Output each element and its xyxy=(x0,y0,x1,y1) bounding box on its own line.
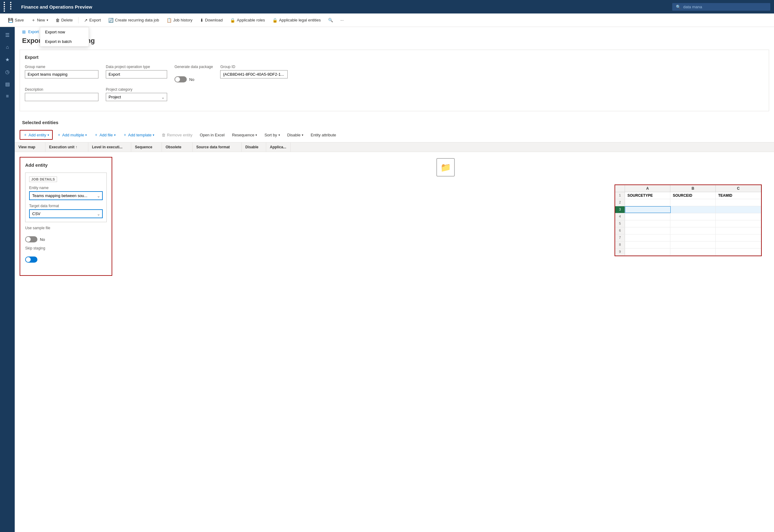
col-execution-unit: Execution unit ↑ xyxy=(45,143,88,152)
add-multiple-button[interactable]: ＋ Add multiple ▾ xyxy=(54,131,90,139)
ss-cell-5b[interactable] xyxy=(670,220,716,227)
ss-cell-7c[interactable] xyxy=(716,234,761,241)
ss-cell-4b[interactable] xyxy=(670,213,716,220)
sidebar-menu-icon[interactable]: ☰ xyxy=(2,29,13,40)
ss-rownum-1: 1 xyxy=(615,192,625,199)
sidebar-recent-icon[interactable]: ◷ xyxy=(2,66,13,77)
sort-by-chevron: ▾ xyxy=(278,133,280,137)
use-sample-toggle[interactable] xyxy=(25,236,37,242)
ss-cell-8b[interactable] xyxy=(670,241,716,248)
spreadsheet-area: 📁 A B C xyxy=(117,152,774,281)
entity-table-header: View map Execution unit ↑ Level in execu… xyxy=(15,143,774,152)
ss-rownum-2: 2 xyxy=(615,199,625,206)
description-input[interactable] xyxy=(25,93,98,101)
breadcrumb-export-link[interactable]: Export xyxy=(28,30,39,34)
applicable-legal-button[interactable]: 🔒 Applicable legal entities xyxy=(269,16,324,25)
app-grid-icon[interactable] xyxy=(4,2,16,12)
generate-package-group: Generate data package No xyxy=(174,65,213,82)
ss-cell-4a[interactable] xyxy=(625,213,670,220)
entity-attribute-button[interactable]: Entity attribute xyxy=(307,131,339,139)
export-batch-item[interactable]: Export in batch xyxy=(40,37,89,46)
search-button[interactable]: 🔍 xyxy=(325,16,336,24)
ss-rownum-6: 6 xyxy=(615,227,625,234)
delete-button[interactable]: 🗑 Delete xyxy=(52,16,76,25)
ss-cell-1c[interactable]: TEAMID xyxy=(716,192,761,199)
ss-cell-1a[interactable]: SOURCETYPE xyxy=(625,192,670,199)
add-entity-button[interactable]: ＋ Add entity ▾ xyxy=(20,130,53,140)
ss-cell-8c[interactable] xyxy=(716,241,761,248)
ss-rownum-3: 3 xyxy=(615,206,625,213)
export-now-item[interactable]: Export now xyxy=(40,27,89,37)
disable-button[interactable]: Disable ▾ xyxy=(284,131,306,139)
resequence-button[interactable]: Resequence ▾ xyxy=(229,131,260,139)
add-multiple-plus-icon: ＋ xyxy=(57,132,61,138)
ss-cell-2b[interactable] xyxy=(670,199,716,206)
use-sample-value: No xyxy=(40,237,45,242)
ss-cell-2c[interactable] xyxy=(716,199,761,206)
ss-row-6: 6 xyxy=(615,227,761,234)
ss-cell-7a[interactable] xyxy=(625,234,670,241)
group-id-input[interactable] xyxy=(220,70,288,78)
skip-staging-toggle[interactable]: .toggle-on::after { left: 20px !importan… xyxy=(25,257,37,263)
col-level: Level in executi... xyxy=(88,143,131,152)
open-excel-button[interactable]: Open in Excel xyxy=(196,131,227,139)
entities-section: Selected entities ＋ Add entity ▾ ＋ Add m… xyxy=(15,116,774,281)
project-category-select[interactable]: Project xyxy=(106,93,167,101)
new-button[interactable]: ＋ New ▾ xyxy=(28,16,51,25)
add-entity-panel: Add entity JOB DETAILS Entity name Teams… xyxy=(20,157,112,276)
ss-cell-5c[interactable] xyxy=(716,220,761,227)
search-input[interactable] xyxy=(683,5,763,9)
ss-cell-1b[interactable]: SOURCEID xyxy=(670,192,716,199)
ss-cell-2a[interactable] xyxy=(625,199,670,206)
remove-entity-button[interactable]: 🗑 Remove entity xyxy=(158,131,195,139)
sort-by-button[interactable]: Sort by ▾ xyxy=(261,131,283,139)
ss-rownum-5: 5 xyxy=(615,220,625,227)
applicable-roles-button[interactable]: 🔒 Applicable roles xyxy=(227,16,268,25)
export-button[interactable]: ↗ Export xyxy=(81,16,104,25)
ss-cell-9a[interactable] xyxy=(625,249,670,255)
ss-cell-8a[interactable] xyxy=(625,241,670,248)
entity-name-select[interactable]: Teams mapping between sou... xyxy=(29,191,103,200)
sidebar-workspaces-icon[interactable]: ▤ xyxy=(2,78,13,89)
job-details-box: JOB DETAILS Entity name Teams mapping be… xyxy=(25,173,107,222)
ss-cell-4c[interactable] xyxy=(716,213,761,220)
global-search-bar[interactable]: 🔍 xyxy=(672,3,770,11)
job-history-button[interactable]: 📋 Job history xyxy=(163,16,196,25)
col-view-map: View map xyxy=(15,143,45,152)
project-category-label: Project category xyxy=(106,87,167,92)
ss-cell-3c[interactable] xyxy=(716,206,761,213)
ss-cell-5a[interactable] xyxy=(625,220,670,227)
target-format-select[interactable]: CSV xyxy=(29,209,103,218)
ss-cell-9c[interactable] xyxy=(716,249,761,255)
save-button[interactable]: 💾 Save xyxy=(5,16,27,25)
col-source-format: Source data format xyxy=(192,143,242,152)
main-content: ⊞ Export | AX : OPERATIONS Export teams … xyxy=(15,27,774,532)
add-template-button[interactable]: ＋ Add template ▾ xyxy=(120,131,158,139)
description-group: Description xyxy=(25,87,98,101)
ss-row-4: 4 xyxy=(615,213,761,220)
use-sample-toggle-group: No xyxy=(25,236,107,242)
entities-toolbar: ＋ Add entity ▾ ＋ Add multiple ▾ ＋ Add fi… xyxy=(15,127,774,143)
more-button[interactable]: ··· xyxy=(337,16,347,24)
sidebar-home-icon[interactable]: ⌂ xyxy=(2,42,13,53)
group-name-label: Group name xyxy=(25,65,98,69)
sidebar-favorites-icon[interactable]: ★ xyxy=(2,54,13,65)
group-name-input[interactable] xyxy=(25,70,98,78)
ss-cell-6b[interactable] xyxy=(670,227,716,234)
ss-cell-3a[interactable] xyxy=(625,206,671,213)
col-sequence: Sequence xyxy=(131,143,162,152)
ss-cell-6a[interactable] xyxy=(625,227,670,234)
ss-cell-6c[interactable] xyxy=(716,227,761,234)
add-file-button[interactable]: ＋ Add file ▾ xyxy=(91,131,118,139)
sidebar-modules-icon[interactable]: ≡ xyxy=(2,91,13,102)
generate-package-toggle-group: No xyxy=(174,76,213,82)
generate-package-toggle[interactable] xyxy=(174,76,187,82)
download-button[interactable]: ⬇ Download xyxy=(197,16,226,25)
create-recurring-button[interactable]: 🔄 Create recurring data job xyxy=(105,16,162,25)
ss-cell-9b[interactable] xyxy=(670,249,716,255)
ss-cell-7b[interactable] xyxy=(670,234,716,241)
search-cmd-icon: 🔍 xyxy=(328,18,333,22)
ss-cell-3b[interactable] xyxy=(671,206,716,213)
add-template-chevron: ▾ xyxy=(153,133,154,137)
data-project-input[interactable] xyxy=(106,70,167,78)
